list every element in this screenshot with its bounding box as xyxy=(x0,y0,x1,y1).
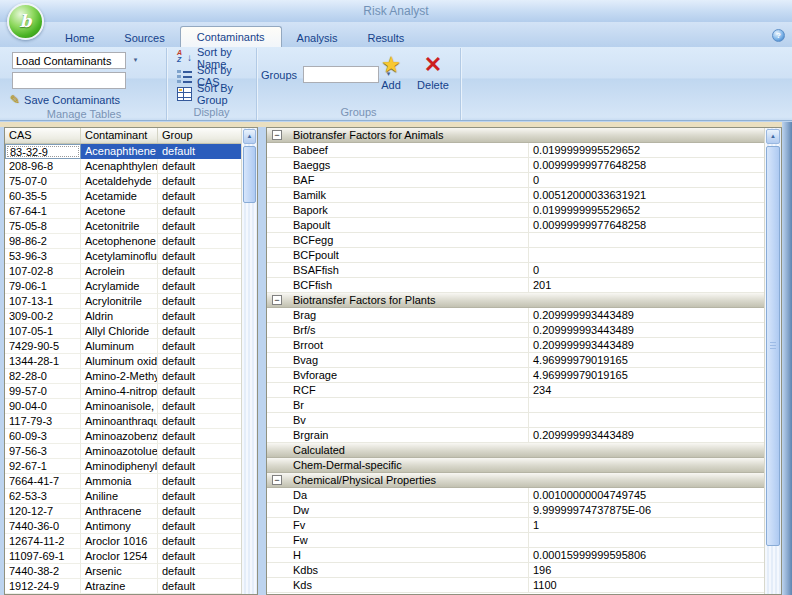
table-cell[interactable]: 120-12-7 xyxy=(5,504,81,519)
table-cell[interactable]: 90-04-0 xyxy=(5,399,81,414)
table-row[interactable]: 97-56-3Aminoazotoluenedefault xyxy=(5,444,241,459)
property-row[interactable]: Dw9.99999974737875E-06 xyxy=(267,503,764,518)
property-row[interactable]: RCF234 xyxy=(267,383,764,398)
table-cell[interactable]: 11097-69-1 xyxy=(5,549,81,564)
table-cell[interactable]: Antimony xyxy=(81,519,158,534)
table-cell[interactable]: Acetaldehyde xyxy=(81,174,158,189)
table-row[interactable]: 79-06-1Acrylamidedefault xyxy=(5,279,241,294)
table-cell[interactable]: default xyxy=(158,189,241,204)
table-cell[interactable]: default xyxy=(158,399,241,414)
property-row[interactable]: Kdbs196 xyxy=(267,563,764,578)
column-header-cas[interactable]: CAS xyxy=(5,128,81,143)
table-row[interactable]: 7440-38-2Arsenicdefault xyxy=(5,564,241,579)
table-row[interactable]: 83-32-9Acenaphthenedefault xyxy=(5,144,241,159)
table-cell[interactable]: Acenaphthene xyxy=(81,144,158,159)
table-cell[interactable]: default xyxy=(158,429,241,444)
table-cell[interactable]: default xyxy=(158,489,241,504)
table-cell[interactable]: 99-57-0 xyxy=(5,384,81,399)
table-cell[interactable]: default xyxy=(158,444,241,459)
column-header-group[interactable]: Group xyxy=(158,128,241,143)
property-section-header[interactable]: Chem-Dermal-specific xyxy=(267,458,764,473)
scrollbar-thumb[interactable] xyxy=(766,146,780,546)
property-value[interactable]: 0.00999999977648258 xyxy=(528,158,764,172)
table-cell[interactable]: 7664-41-7 xyxy=(5,474,81,489)
table-cell[interactable]: 83-32-9 xyxy=(5,144,81,159)
contaminants-scrollbar[interactable]: ▲ xyxy=(241,128,257,594)
property-value[interactable]: 0.209999993443489 xyxy=(528,428,764,442)
property-row[interactable]: Baeggs0.00999999977648258 xyxy=(267,158,764,173)
property-value[interactable]: 0.00512000033631921 xyxy=(528,188,764,202)
table-row[interactable]: 107-02-8Acroleindefault xyxy=(5,264,241,279)
table-cell[interactable]: default xyxy=(158,279,241,294)
table-cell[interactable]: default xyxy=(158,414,241,429)
table-cell[interactable]: 98-86-2 xyxy=(5,234,81,249)
property-section-header[interactable]: −Biotransfer Factors for Plants xyxy=(267,293,764,308)
table-cell[interactable]: Acrolein xyxy=(81,264,158,279)
table-cell[interactable]: 1912-24-9 xyxy=(5,579,81,594)
save-contaminants-button[interactable]: ✎ Save Contaminants xyxy=(10,93,166,107)
table-cell[interactable]: Anthracene xyxy=(81,504,158,519)
property-row[interactable]: Bv xyxy=(267,413,764,428)
table-cell[interactable]: default xyxy=(158,534,241,549)
property-value[interactable]: 9.99999974737875E-06 xyxy=(528,503,764,517)
table-cell[interactable]: Acenaphthylene xyxy=(81,159,158,174)
table-cell[interactable]: 7440-38-2 xyxy=(5,564,81,579)
table-row[interactable]: 98-86-2Acetophenonedefault xyxy=(5,234,241,249)
sort-by-group-button[interactable]: Sort By Group xyxy=(173,86,256,102)
property-row[interactable]: Kds1100 xyxy=(267,578,764,593)
property-row[interactable]: BCFfish201 xyxy=(267,278,764,293)
table-cell[interactable]: Acetamide xyxy=(81,189,158,204)
table-row[interactable]: 67-64-1Acetonedefault xyxy=(5,204,241,219)
property-value[interactable] xyxy=(528,248,764,262)
table-row[interactable]: 107-05-1Allyl Chloridedefault xyxy=(5,324,241,339)
table-cell[interactable]: default xyxy=(158,294,241,309)
tab-results[interactable]: Results xyxy=(353,28,420,47)
table-cell[interactable]: 62-53-3 xyxy=(5,489,81,504)
table-cell[interactable]: 53-96-3 xyxy=(5,249,81,264)
table-cell[interactable]: default xyxy=(158,219,241,234)
contaminant-name-input[interactable] xyxy=(12,72,126,89)
table-cell[interactable]: Aluminum xyxy=(81,339,158,354)
collapse-minus-icon[interactable]: − xyxy=(272,475,282,485)
table-cell[interactable]: default xyxy=(158,234,241,249)
table-cell[interactable]: 107-13-1 xyxy=(5,294,81,309)
property-value[interactable]: 234 xyxy=(528,383,764,397)
help-icon[interactable]: ? xyxy=(772,29,785,42)
table-row[interactable]: 309-00-2Aldrindefault xyxy=(5,309,241,324)
table-cell[interactable]: default xyxy=(158,144,241,159)
table-cell[interactable]: Aroclor 1016 xyxy=(81,534,158,549)
property-row[interactable]: Babeef0.0199999995529652 xyxy=(267,143,764,158)
table-cell[interactable]: 60-09-3 xyxy=(5,429,81,444)
table-cell[interactable]: default xyxy=(158,384,241,399)
table-row[interactable]: 7429-90-5Aluminumdefault xyxy=(5,339,241,354)
table-row[interactable]: 11097-69-1Aroclor 1254default xyxy=(5,549,241,564)
property-row[interactable]: Brroot0.209999993443489 xyxy=(267,338,764,353)
table-cell[interactable]: Acrylamide xyxy=(81,279,158,294)
table-cell[interactable]: Acetylaminofluore xyxy=(81,249,158,264)
table-cell[interactable]: 107-02-8 xyxy=(5,264,81,279)
property-row[interactable]: Bvag4.96999979019165 xyxy=(267,353,764,368)
table-cell[interactable]: default xyxy=(158,459,241,474)
property-row[interactable]: Bvforage4.96999979019165 xyxy=(267,368,764,383)
delete-group-button[interactable]: ✕ Delete xyxy=(416,52,450,91)
table-cell[interactable]: default xyxy=(158,579,241,594)
table-row[interactable]: 60-35-5Acetamidedefault xyxy=(5,189,241,204)
table-cell[interactable]: Aldrin xyxy=(81,309,158,324)
property-value[interactable]: 0 xyxy=(528,263,764,277)
table-cell[interactable]: 117-79-3 xyxy=(5,414,81,429)
table-cell[interactable]: 107-05-1 xyxy=(5,324,81,339)
property-value[interactable] xyxy=(528,413,764,427)
table-cell[interactable]: 7440-36-0 xyxy=(5,519,81,534)
table-cell[interactable]: default xyxy=(158,354,241,369)
table-cell[interactable]: Acetone xyxy=(81,204,158,219)
table-cell[interactable]: Atrazine xyxy=(81,579,158,594)
property-section-header[interactable]: −Chemical/Physical Properties xyxy=(267,473,764,488)
property-value[interactable]: 0 xyxy=(528,173,764,187)
application-logo-button[interactable]: b xyxy=(7,3,44,40)
table-row[interactable]: 60-09-3Aminoazobenzendefault xyxy=(5,429,241,444)
table-cell[interactable]: default xyxy=(158,564,241,579)
table-row[interactable]: 1912-24-9Atrazinedefault xyxy=(5,579,241,594)
table-cell[interactable]: 82-28-0 xyxy=(5,369,81,384)
property-row[interactable]: Fv1 xyxy=(267,518,764,533)
table-cell[interactable]: 75-05-8 xyxy=(5,219,81,234)
